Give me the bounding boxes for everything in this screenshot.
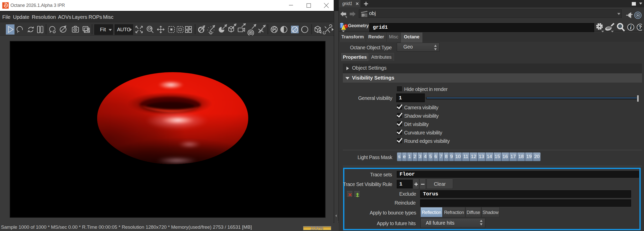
svg-text:?: ? [639,24,642,30]
svg-text:i: i [630,24,632,30]
